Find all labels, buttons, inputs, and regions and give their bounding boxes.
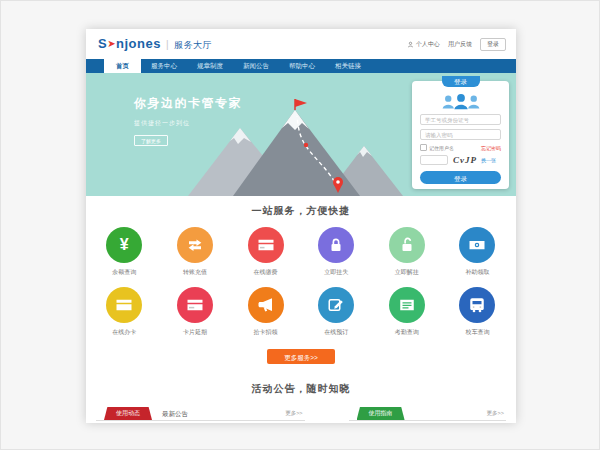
services-grid: ¥ 余额查询 转账充值 在线缴费 立即挂失 <box>89 227 513 347</box>
announcement-right-column: 使用指南 更多>> <box>349 407 506 421</box>
services-title: 一站服务，方便快捷 <box>86 204 516 218</box>
feedback-link[interactable]: 用户反馈 <box>448 40 472 49</box>
nav-item-links[interactable]: 相关链接 <box>325 59 371 73</box>
transfer-arrows-icon[interactable] <box>177 227 213 263</box>
user-icon <box>407 41 414 48</box>
refresh-captcha-link[interactable]: 换一张 <box>481 157 496 163</box>
webpage: S➤njones|服务大厅 个人中心 用户反馈 登录 首页 服务中心 规章制度 … <box>86 29 516 423</box>
service-label: 立即挂失 <box>301 268 372 277</box>
list-icon[interactable] <box>389 287 425 323</box>
nav-item-news[interactable]: 新闻公告 <box>233 59 279 73</box>
service-subsidy[interactable]: 补助领取 <box>442 227 513 287</box>
service-label: 校车查询 <box>442 328 513 337</box>
service-label: 拾卡招领 <box>230 328 301 337</box>
remember-row: 记住用户名 忘记密码 <box>420 144 501 151</box>
remember-checkbox[interactable] <box>420 144 427 151</box>
service-label: 考勤查询 <box>372 328 443 337</box>
logo-text-rest: njones <box>116 36 161 51</box>
announcement-left-column: 使用动态 最新公告 更多>> <box>96 407 305 421</box>
header-right: 个人中心 用户反馈 登录 <box>407 38 506 51</box>
service-report-loss[interactable]: 立即挂失 <box>301 227 372 287</box>
card-icon[interactable] <box>106 287 142 323</box>
unlock-icon[interactable] <box>389 227 425 263</box>
service-apply-card[interactable]: 在线办卡 <box>89 287 160 347</box>
lock-icon[interactable] <box>318 227 354 263</box>
service-label: 卡片延期 <box>160 328 231 337</box>
service-label: 转账充值 <box>160 268 231 277</box>
service-pay[interactable]: 在线缴费 <box>230 227 301 287</box>
service-attendance[interactable]: 考勤查询 <box>372 287 443 347</box>
nav-item-help[interactable]: 帮助中心 <box>279 59 325 73</box>
service-transfer[interactable]: 转账充值 <box>160 227 231 287</box>
left-more-link[interactable]: 更多>> <box>285 407 302 420</box>
nav-item-rules[interactable]: 规章制度 <box>187 59 233 73</box>
bus-icon[interactable] <box>459 287 495 323</box>
service-balance[interactable]: ¥ 余额查询 <box>89 227 160 287</box>
main-nav: 首页 服务中心 规章制度 新闻公告 帮助中心 相关链接 <box>86 59 516 73</box>
service-label: 在线缴费 <box>230 268 301 277</box>
hero-banner: 你身边的卡管专家 提供捷径一步到位 了解更多 登录 <box>86 73 516 196</box>
services-section: 一站服务，方便快捷 ¥ 余额查询 转账充值 在线缴费 <box>86 196 516 364</box>
yen-glyph: ¥ <box>120 237 129 253</box>
login-submit-button[interactable]: 登录 <box>420 171 501 184</box>
banknote-icon[interactable] <box>459 227 495 263</box>
header-login-button[interactable]: 登录 <box>480 38 506 51</box>
mountains-illustration <box>178 98 413 196</box>
hero-cta-button[interactable]: 了解更多 <box>134 135 168 146</box>
login-tab[interactable]: 登录 <box>442 76 480 87</box>
forgot-password-link[interactable]: 忘记密码 <box>481 145 501 151</box>
site-logo[interactable]: S➤njones|服务大厅 <box>98 36 212 52</box>
logo-divider: | <box>166 39 169 50</box>
portal-name: 服务大厅 <box>174 40 212 50</box>
tab-usage-news[interactable]: 使用动态 <box>104 407 152 420</box>
announcements-section: 活动公告，随时知晓 使用动态 最新公告 更多>> 使用指南 更多>> <box>86 364 516 421</box>
personal-center-label: 个人中心 <box>416 40 440 49</box>
right-more-link[interactable]: 更多>> <box>487 407 504 420</box>
card-icon[interactable] <box>177 287 213 323</box>
login-panel: 登录 记住用户名 忘记密码 CvJP 换一张 登录 <box>412 81 509 189</box>
username-input[interactable] <box>420 114 501 125</box>
tab-usage-guide[interactable]: 使用指南 <box>357 407 405 420</box>
captcha-image: CvJP <box>453 155 477 165</box>
more-services-button[interactable]: 更多服务>> <box>267 349 335 364</box>
megaphone-icon[interactable] <box>248 287 284 323</box>
service-label: 余额查询 <box>89 268 160 277</box>
service-label: 在线办卡 <box>89 328 160 337</box>
feedback-label: 用户反馈 <box>448 40 472 49</box>
pencil-icon[interactable] <box>318 287 354 323</box>
nav-item-service-center[interactable]: 服务中心 <box>141 59 187 73</box>
announcement-columns: 使用动态 最新公告 更多>> 使用指南 更多>> <box>86 407 516 421</box>
captcha-input[interactable] <box>420 155 448 165</box>
announcements-title: 活动公告，随时知晓 <box>86 382 516 396</box>
captcha-row: CvJP 换一张 <box>420 155 501 165</box>
logo-arrow-icon: ➤ <box>107 38 116 49</box>
credit-card-icon[interactable] <box>248 227 284 263</box>
logo-text: S <box>98 36 107 51</box>
service-card-extension[interactable]: 卡片延期 <box>160 287 231 347</box>
service-online-booking[interactable]: 在线预订 <box>301 287 372 347</box>
personal-center-link[interactable]: 个人中心 <box>407 40 440 49</box>
users-icon <box>439 93 483 110</box>
service-school-bus[interactable]: 校车查询 <box>442 287 513 347</box>
service-label: 在线预订 <box>301 328 372 337</box>
service-label: 补助领取 <box>442 268 513 277</box>
site-header: S➤njones|服务大厅 个人中心 用户反馈 登录 <box>86 29 516 59</box>
yen-icon[interactable]: ¥ <box>106 227 142 263</box>
remember-label: 记住用户名 <box>429 145 454 151</box>
nav-item-home[interactable]: 首页 <box>104 59 141 73</box>
service-found-cards[interactable]: 拾卡招领 <box>230 287 301 347</box>
service-release-loss[interactable]: 立即解挂 <box>372 227 443 287</box>
password-input[interactable] <box>420 129 501 140</box>
tab-latest-announcements[interactable]: 最新公告 <box>162 407 188 420</box>
service-label: 立即解挂 <box>372 268 443 277</box>
